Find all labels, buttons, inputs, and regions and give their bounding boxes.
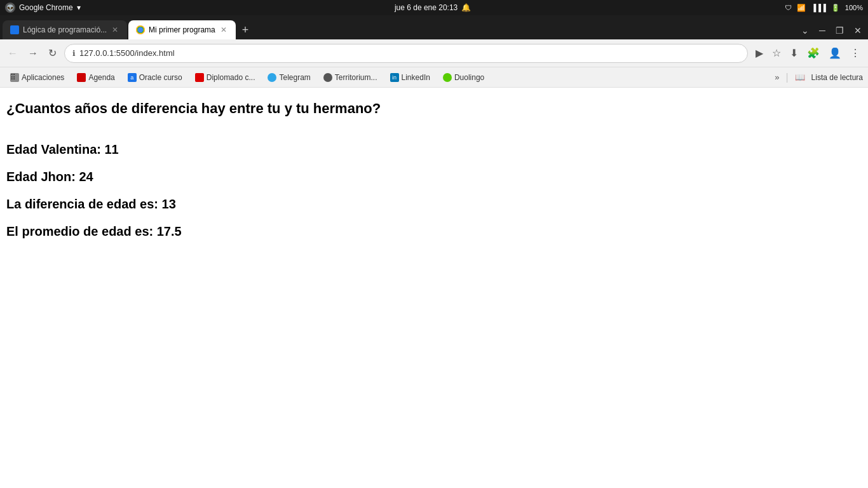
menu-button[interactable]: ⋮	[848, 44, 863, 62]
diplo-icon	[195, 73, 204, 82]
bookmark-territorium[interactable]: Territorium...	[318, 72, 383, 83]
back-button[interactable]: ←	[5, 45, 20, 62]
bookmark-agenda[interactable]: Agenda	[72, 72, 119, 83]
tab-bar-end: ⌄ ─ ❐ ✕	[255, 24, 865, 39]
bookmark-duolingo[interactable]: Duolingo	[438, 72, 489, 83]
os-bar: 👽 Google Chrome ▾ jue 6 de ene 20:13 🔔 🛡…	[0, 0, 868, 15]
bookmark-oracle[interactable]: a Oracle curso	[123, 72, 187, 83]
duolingo-icon	[443, 73, 452, 82]
tab2-favicon	[136, 25, 145, 34]
territorium-icon	[323, 73, 332, 82]
extensions-button[interactable]: 🧩	[804, 44, 822, 62]
oracle-icon: a	[128, 73, 137, 82]
bookmark-oracle-label: Oracle curso	[139, 73, 182, 82]
new-tab-button[interactable]: +	[237, 24, 254, 37]
download-button[interactable]: ⬇	[787, 44, 801, 62]
promedio-edad: El promedio de edad es: 17.5	[6, 224, 862, 239]
reading-list-label: Lista de lectura	[811, 73, 863, 82]
notification-icon: 🔔	[461, 3, 471, 12]
restore-button[interactable]: ❐	[832, 24, 848, 37]
page-content: ¿Cuantos años de diferencia hay entre tu…	[0, 88, 868, 488]
bookmark-territorium-label: Territorium...	[335, 73, 377, 82]
alien-icon: 👽	[5, 3, 15, 13]
tab1-favicon	[10, 25, 19, 34]
page-title: ¿Cuantos años de diferencia hay entre tu…	[6, 100, 862, 117]
bookmark-linkedin[interactable]: in LinkedIn	[385, 72, 435, 83]
tab-mi-primer-programa[interactable]: Mi primer programa ✕	[128, 20, 236, 39]
edad-valentina: Edad Valentina: 11	[6, 142, 862, 157]
bookmark-diplo[interactable]: Diplomado c...	[190, 72, 261, 83]
address-bar: ← → ↻ ℹ 127.0.0.1:5500/index.html ▶ ☆ ⬇ …	[0, 39, 868, 67]
dropdown-arrow: ▾	[77, 3, 81, 12]
bookmark-agenda-label: Agenda	[88, 73, 114, 82]
cast-button[interactable]: ▶	[753, 44, 766, 62]
bookmark-star-button[interactable]: ☆	[770, 44, 783, 62]
bookmark-telegram[interactable]: Telegram	[262, 72, 315, 83]
os-bar-center: jue 6 de ene 20:13 🔔	[395, 3, 471, 12]
signal-icon: ▐▐▐	[811, 4, 825, 11]
minimize-button[interactable]: ─	[815, 24, 829, 37]
divider: |	[785, 72, 788, 83]
battery-percent: 100%	[845, 4, 863, 11]
tab1-label: Lógica de programació...	[23, 25, 107, 34]
lock-icon: ℹ	[72, 49, 76, 58]
forward-button[interactable]: →	[25, 45, 41, 62]
datetime: jue 6 de ene 20:13	[395, 3, 458, 12]
close-button[interactable]: ✕	[850, 24, 865, 37]
bookmark-apps-label: Aplicaciones	[22, 73, 64, 82]
tab-bar: Lógica de programació... ✕ Mi primer pro…	[0, 15, 868, 39]
apps-icon: ⠿	[10, 73, 19, 82]
tab1-close[interactable]: ✕	[111, 24, 119, 36]
tab-list-button[interactable]: ⌄	[797, 24, 813, 37]
bookmark-duolingo-label: Duolingo	[454, 73, 484, 82]
wifi-icon: 📶	[797, 4, 806, 12]
bookmark-telegram-label: Telegram	[279, 73, 310, 82]
reading-list-button[interactable]: 📖	[791, 71, 809, 83]
battery-icon: 🔋	[831, 4, 840, 12]
url-text: 127.0.0.1:5500/index.html	[79, 48, 175, 58]
telegram-icon	[268, 73, 276, 82]
edad-jhon: Edad Jhon: 24	[6, 170, 862, 184]
tab2-close[interactable]: ✕	[219, 24, 228, 36]
bookmark-apps[interactable]: ⠿ Aplicaciones	[5, 72, 69, 83]
app-name: Google Chrome	[19, 3, 73, 12]
more-bookmarks-button[interactable]: »	[771, 71, 783, 83]
url-bar[interactable]: ℹ 127.0.0.1:5500/index.html	[64, 44, 748, 63]
os-bar-left: 👽 Google Chrome ▾	[5, 3, 81, 13]
profile-button[interactable]: 👤	[826, 44, 844, 62]
bookmarks-end: » | 📖 Lista de lectura	[771, 71, 863, 83]
shield-icon: 🛡	[785, 4, 792, 11]
diferencia-edad: La diferencia de edad es: 13	[6, 197, 862, 212]
linkedin-icon: in	[390, 73, 399, 82]
bookmarks-bar: ⠿ Aplicaciones Agenda a Oracle curso Dip…	[0, 67, 868, 88]
tab2-label: Mi primer programa	[149, 25, 215, 34]
address-bar-actions: ▶ ☆ ⬇ 🧩 👤 ⋮	[753, 44, 863, 62]
os-bar-right: 🛡 📶 ▐▐▐ 🔋 100%	[785, 4, 863, 12]
tab-logica[interactable]: Lógica de programació... ✕	[3, 20, 127, 39]
reload-button[interactable]: ↻	[46, 44, 59, 62]
agenda-icon	[77, 73, 86, 82]
bookmark-diplo-label: Diplomado c...	[207, 73, 255, 82]
bookmark-linkedin-label: LinkedIn	[402, 73, 430, 82]
